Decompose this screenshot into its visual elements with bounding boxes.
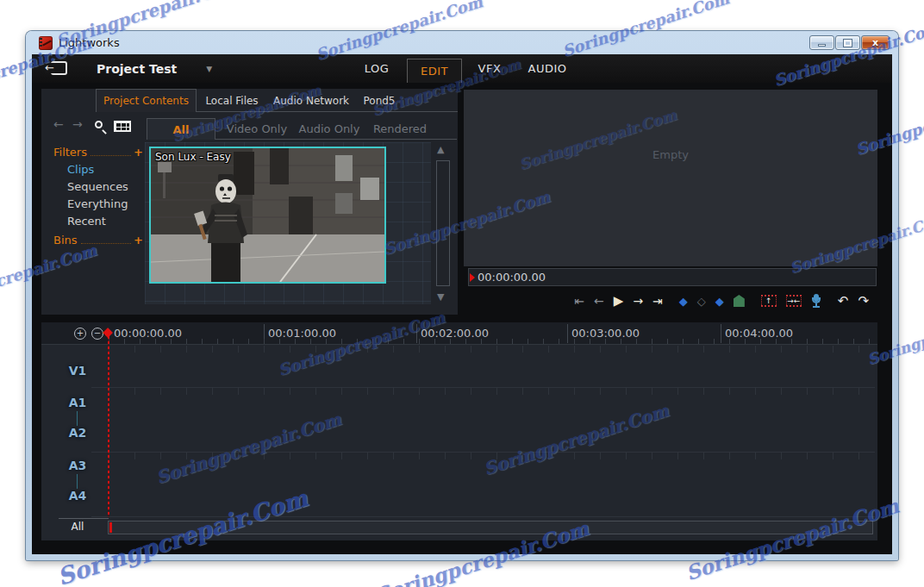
forward-arrow-icon[interactable]: → [72,117,83,131]
sidebar-item-sequences[interactable]: Sequences [67,178,153,195]
add-filter-button[interactable]: + [134,146,143,159]
track-header-v1[interactable]: V1 [64,364,91,379]
filters-label: Filters [53,146,87,159]
window-controls: x [809,35,890,50]
dotted-leader [81,243,132,244]
tab-local-files[interactable]: Local Files [203,89,260,112]
viewer-empty-label: Empty [464,148,877,161]
redo-button[interactable]: ↷ [858,293,869,309]
track-ticks [109,453,875,459]
play-button[interactable]: ▶ [614,295,624,308]
zoom-out-button[interactable]: − [91,328,103,340]
viewer-panel[interactable]: Empty [464,90,877,266]
mic-base [813,306,820,308]
bins-label: Bins [53,234,78,247]
exit-project-button[interactable]: ← [51,61,67,75]
mark-in-icon[interactable]: ◆ [679,296,688,307]
sidebar-item-recent[interactable]: Recent [67,212,153,229]
filter-tab-video-only[interactable]: Video Only [222,118,291,140]
mic-arc [812,297,821,303]
clip-thumbnail[interactable]: Son Lux - Easy [149,147,386,284]
tab-audio[interactable]: AUDIO [519,54,576,83]
track-ticks [109,388,875,395]
titlebar[interactable]: Lightworks x [32,31,892,54]
scroll-up-icon[interactable]: ▲ [437,144,444,155]
playhead-line[interactable] [108,336,109,517]
tab-project-contents[interactable]: Project Contents [96,89,197,112]
mark-out-icon[interactable]: ◆ [715,296,724,307]
step-forward-button[interactable]: → [633,295,643,307]
cue-marker-icon[interactable]: ◇ [697,296,706,307]
sidebar-item-everything[interactable]: Everything [67,195,153,212]
ruler-label: 00:02:00.00 [421,327,489,340]
close-button[interactable]: x [861,35,890,50]
filter-tab-rendered[interactable]: Rendered [367,118,433,140]
insert-arrow-icon: ↑ [765,297,772,305]
search-icon[interactable] [95,121,103,128]
window-title: Lightworks [59,36,120,49]
all-tracks-label: All [64,521,91,533]
ruler-label: 00:00:00.00 [114,327,182,340]
bin-scrollbar[interactable]: ▲ ▼ [434,144,452,303]
ruler-label: 00:01:00.00 [268,327,336,340]
timeline-panel[interactable]: + − 00:00:00.00 00:01:00.00 00:02:00.00 … [41,322,877,540]
clip-tile-area: Son Lux - Easy [145,142,431,304]
project-name: Project Test [97,62,177,76]
track-divider [91,516,875,517]
dotted-leader [91,155,131,156]
filter-tab-all[interactable]: All [147,118,215,140]
lightworks-app-icon [39,36,53,50]
transport-controls: ⇤ ← ▶ → ⇥ ◆ ◇ ◆ ↑ →← ↶ ↷ [464,290,877,312]
tab-pond5[interactable]: Pond5 [359,89,400,112]
track-header-a1[interactable]: A1 [64,396,91,411]
tab-vfx[interactable]: VFX [467,54,512,83]
bins-group-header[interactable]: Bins + [53,230,143,247]
track-ticks [109,346,875,353]
tab-log[interactable]: LOG [353,54,401,83]
scroll-down-icon[interactable]: ▼ [437,291,444,303]
overview-playhead-mark [109,522,112,533]
timeline-overview-bar[interactable] [108,521,873,534]
chevron-down-icon: ▼ [206,65,212,73]
maximize-icon [844,40,852,47]
track-link-line [77,474,78,489]
filter-tab-audio-only[interactable]: Audio Only [295,118,364,140]
track-header-a3[interactable]: A3 [64,459,91,474]
timeline-ruler[interactable]: + − 00:00:00.00 00:01:00.00 00:02:00.00 … [41,322,877,345]
minimize-button[interactable] [809,35,834,50]
maximize-button[interactable] [835,35,860,50]
project-browser-panel: Project Contents Local Files Audio Netwo… [41,89,458,315]
tab-edit[interactable]: EDIT [407,59,462,83]
back-arrow-icon[interactable]: ← [53,117,64,131]
insert-edit-button[interactable]: ↑ [761,295,777,307]
ruler-label: 00:04:00.00 [725,327,793,340]
lightworks-window: Lightworks x ← Project Test ▼ LOG EDIT V… [26,31,898,560]
filters-group-header[interactable]: Filters + [53,142,143,159]
project-selector[interactable]: Project Test ▼ [97,54,212,83]
tab-audio-network[interactable]: Audio Network [272,89,350,112]
ruler-label: 00:03:00.00 [571,327,640,340]
all-row-divider [59,518,109,519]
menubar: ← Project Test ▼ LOG EDIT VFX AUDIO [32,54,892,83]
microphone-icon[interactable] [811,294,821,308]
go-to-start-button[interactable]: ⇤ [574,295,584,307]
ruler-minor-ticks [109,339,877,344]
go-to-end-button[interactable]: ⇥ [652,295,663,307]
remove-edit-button[interactable]: →← [786,295,802,307]
track-header-a4[interactable]: A4 [64,489,91,504]
tile-view-icon[interactable] [114,121,131,132]
undo-button[interactable]: ↶ [838,293,849,309]
track-link-line [77,411,78,426]
exit-arrow-icon: ← [45,63,54,73]
timecode-bar[interactable]: 00:00:00.00 [468,268,877,286]
sidebar-item-clips[interactable]: Clips [67,160,153,178]
zoom-in-button[interactable]: + [74,328,86,340]
desktop: Soringpcrepair.Com Soringpcrepair.Com So… [0,0,924,587]
clip-thumbnail-image [151,148,384,282]
step-back-button[interactable]: ← [594,295,604,307]
green-marker-icon[interactable] [734,295,745,307]
close-icon: x [872,38,878,47]
track-header-a2[interactable]: A2 [64,426,91,441]
scrollbar-track[interactable] [436,160,450,286]
add-bin-button[interactable]: + [134,234,143,247]
